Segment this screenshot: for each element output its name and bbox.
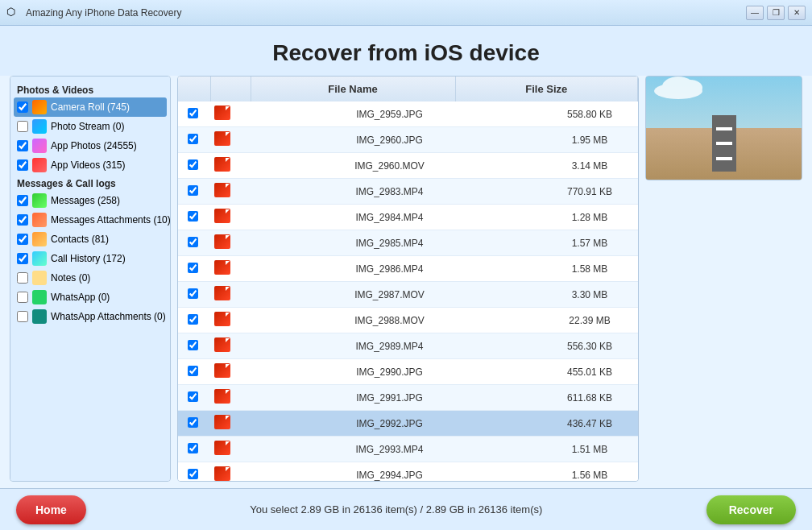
runway-mark-1: [716, 127, 732, 130]
sidebar-item-camera[interactable]: Camera Roll (745): [14, 97, 167, 117]
row-checkbox-0[interactable]: [188, 108, 198, 118]
close-button[interactable]: ✕: [788, 6, 806, 20]
sidebar-item-appphotos[interactable]: App Photos (24555): [14, 136, 167, 155]
table-row[interactable]: IMG_2983.MP4770.91 KB: [178, 179, 638, 205]
sidebar-checkbox-contacts[interactable]: [17, 234, 28, 245]
table-row[interactable]: IMG_2991.JPG611.68 KB: [178, 385, 638, 411]
runway-area: [646, 128, 802, 180]
row-checkbox-12[interactable]: [188, 417, 198, 428]
row-filesize: 1.28 MB: [541, 205, 638, 230]
file-type-icon: [214, 183, 230, 197]
table-row[interactable]: IMG_2987.MOV3.30 MB: [178, 282, 638, 308]
row-filename: IMG_2984.MP4: [238, 205, 541, 230]
sidebar-checkbox-camera[interactable]: [17, 101, 28, 113]
row-checkbox-2[interactable]: [188, 159, 198, 170]
sidebar-checkbox-notes[interactable]: [17, 272, 28, 284]
home-button[interactable]: Home: [16, 495, 86, 524]
table-row[interactable]: IMG_2986.MP41.58 MB: [178, 256, 638, 282]
table-row[interactable]: IMG_2960.MOV3.14 MB: [178, 153, 638, 179]
file-type-icon: [214, 466, 230, 481]
row-icon-cell: [207, 462, 238, 482]
row-checkbox-8[interactable]: [188, 314, 198, 325]
page-title: Recover from iOS device: [0, 40, 812, 66]
sidebar-label-messages: Messages (258): [51, 195, 120, 206]
row-checkbox-1[interactable]: [188, 134, 198, 144]
row-checkbox-14[interactable]: [188, 469, 198, 479]
table-row[interactable]: IMG_2992.JPG436.47 KB: [178, 411, 638, 437]
table-row[interactable]: IMG_2990.JPG455.01 KB: [178, 359, 638, 385]
row-checkbox-3[interactable]: [188, 185, 198, 196]
sidebar-checkbox-msgattach[interactable]: [17, 214, 28, 226]
row-checkbox-7[interactable]: [188, 288, 198, 299]
row-filename: IMG_2992.JPG: [238, 411, 541, 437]
app-icon: ⬡: [6, 6, 21, 20]
recover-button[interactable]: Recover: [706, 495, 796, 524]
row-filename: IMG_2993.MP4: [238, 437, 541, 462]
row-filename: IMG_2988.MOV: [238, 308, 541, 333]
row-checkbox-cell: [178, 333, 207, 359]
sidebar-checkbox-messages[interactable]: [17, 195, 28, 206]
row-filesize: 611.68 KB: [541, 385, 638, 411]
row-filename: IMG_2960.MOV: [238, 153, 541, 179]
row-checkbox-11[interactable]: [188, 391, 198, 402]
appphotos-icon: [32, 139, 47, 153]
sidebar-item-msgattach[interactable]: Messages Attachments (10): [14, 210, 167, 230]
sidebar-item-notes[interactable]: Notes (0): [14, 268, 167, 288]
row-filename: IMG_2994.JPG: [238, 462, 541, 482]
filesize-header: File Size: [455, 77, 637, 101]
row-checkbox-10[interactable]: [188, 366, 198, 376]
notes-icon: [32, 271, 47, 285]
row-icon-cell: [207, 359, 238, 385]
row-icon-cell: [207, 437, 238, 462]
body-area: Photos & VideosCamera Roll (745)Photo St…: [0, 76, 812, 488]
row-icon-cell: [207, 179, 238, 205]
title-bar: ⬡ Amazing Any iPhone Data Recovery — ❒ ✕: [0, 0, 812, 26]
file-type-icon: [214, 209, 230, 223]
sidebar-item-callhist[interactable]: Call History (172): [14, 249, 167, 268]
table-row[interactable]: IMG_2960.JPG1.95 MB: [178, 127, 638, 153]
row-checkbox-5[interactable]: [188, 237, 198, 247]
content-area: File Name File Size IM: [177, 76, 802, 482]
sidebar-item-stream[interactable]: Photo Stream (0): [14, 117, 167, 136]
sidebar-item-whatsappatt[interactable]: WhatsApp Attachments (0): [14, 307, 167, 326]
camera-icon: [32, 100, 47, 114]
sidebar-checkbox-whatsapp[interactable]: [17, 292, 28, 303]
row-checkbox-cell: [178, 101, 207, 127]
preview-image: [645, 76, 802, 180]
row-checkbox-cell: [178, 230, 207, 256]
table-row[interactable]: IMG_2988.MOV22.39 MB: [178, 308, 638, 333]
sidebar-item-messages[interactable]: Messages (258): [14, 191, 167, 210]
table-row[interactable]: IMG_2985.MP41.57 MB: [178, 230, 638, 256]
sidebar-checkbox-stream[interactable]: [17, 121, 28, 132]
row-checkbox-4[interactable]: [188, 211, 198, 222]
table-row[interactable]: IMG_2959.JPG558.80 KB: [178, 101, 638, 127]
sidebar-item-appvideos[interactable]: App Videos (315): [14, 155, 167, 175]
minimize-button[interactable]: —: [746, 6, 764, 20]
clouds: [654, 83, 702, 99]
row-checkbox-6[interactable]: [188, 263, 198, 273]
sidebar-item-whatsapp[interactable]: WhatsApp (0): [14, 288, 167, 307]
file-scroll-wrapper[interactable]: IMG_2959.JPG558.80 KBIMG_2960.JPG1.95 MB…: [178, 101, 638, 481]
table-row[interactable]: IMG_2989.MP4556.30 KB: [178, 333, 638, 359]
sidebar-label-notes: Notes (0): [51, 272, 90, 284]
row-filesize: 1.51 MB: [541, 437, 638, 462]
whatsapp-icon: [32, 290, 47, 304]
sidebar-checkbox-appphotos[interactable]: [17, 140, 28, 151]
sidebar-checkbox-callhist[interactable]: [17, 253, 28, 264]
row-checkbox-13[interactable]: [188, 443, 198, 453]
sidebar-item-contacts[interactable]: Contacts (81): [14, 230, 167, 249]
checkbox-header: [178, 77, 210, 101]
row-checkbox-cell: [178, 153, 207, 179]
table-row[interactable]: IMG_2984.MP41.28 MB: [178, 205, 638, 230]
file-list-container: File Name File Size IM: [177, 76, 639, 482]
row-checkbox-9[interactable]: [188, 340, 198, 350]
row-checkbox-cell: [178, 385, 207, 411]
restore-button[interactable]: ❒: [767, 6, 785, 20]
table-row[interactable]: IMG_2993.MP41.51 MB: [178, 437, 638, 462]
messages-icon: [32, 193, 47, 208]
table-row[interactable]: IMG_2994.JPG1.56 MB: [178, 462, 638, 482]
file-type-icon: [214, 363, 230, 378]
sidebar-checkbox-whatsappatt[interactable]: [17, 311, 28, 322]
row-filename: IMG_2989.MP4: [238, 333, 541, 359]
sidebar-checkbox-appvideos[interactable]: [17, 159, 28, 171]
